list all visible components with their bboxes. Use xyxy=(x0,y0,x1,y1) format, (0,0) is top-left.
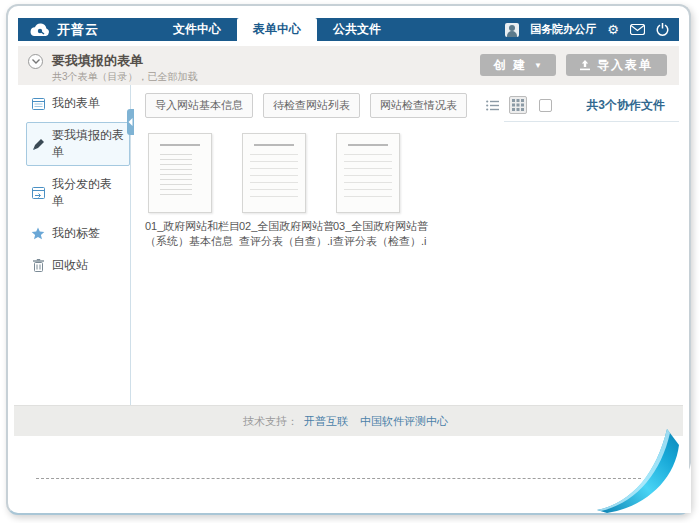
collab-file-count: 共3个协作文件 xyxy=(586,97,665,114)
sidebar-item-my-forms[interactable]: 我的表单 xyxy=(26,90,128,117)
document-thumbnail xyxy=(336,133,400,213)
user-avatar[interactable] xyxy=(505,23,519,37)
main-nav: 文件中心 表单中心 公共文件 xyxy=(157,18,397,41)
tab-file-center[interactable]: 文件中心 xyxy=(157,18,237,41)
create-button[interactable]: 创 建 ▼ xyxy=(480,54,556,76)
page-title: 要我填报的表单 xyxy=(52,52,143,70)
support-link-cstc[interactable]: 中国软件评测中心 xyxy=(360,414,448,429)
select-all-checkbox[interactable] xyxy=(539,99,552,112)
content-area: 我的表单 要我填报的表单 我分发的表单 我的标签 xyxy=(18,85,679,407)
power-logout-icon[interactable] xyxy=(656,23,669,36)
page-subtitle: 共3个表单（目录），已全部加载 xyxy=(52,70,198,84)
file-card[interactable]: 03_全国政府网站普 查评分表（检查）.i xyxy=(333,133,403,249)
thumb-content-lines xyxy=(160,154,192,198)
import-form-button[interactable]: 导入表单 xyxy=(566,54,667,76)
file-card[interactable]: 01_政府网站和栏目 （系统）基本信息 xyxy=(145,133,215,249)
import-site-info-button[interactable]: 导入网站基本信息 xyxy=(145,93,253,118)
title-band-buttons: 创 建 ▼ 导入表单 xyxy=(480,54,667,76)
main-toolbar: 导入网站基本信息 待检查网站列表 网站检查情况表 共3个协作文件 xyxy=(131,93,679,117)
support-link-kaipu[interactable]: 开普互联 xyxy=(304,414,348,429)
sidebar-item-distributed-forms[interactable]: 我分发的表单 xyxy=(26,171,128,215)
perforation-line xyxy=(36,478,641,479)
file-card[interactable]: 02_全国政府网站普 查评分表（自查）.i xyxy=(239,133,309,249)
main-panel: 导入网站基本信息 待检查网站列表 网站检查情况表 共3个协作文件 xyxy=(131,85,679,407)
title-band: 要我填报的表单 共3个表单（目录），已全部加载 创 建 ▼ 导入表单 xyxy=(18,46,679,85)
thumb-title-line xyxy=(348,144,388,146)
upload-icon xyxy=(580,60,590,71)
file-name-line1: 03_全国政府网站普 xyxy=(333,219,403,234)
thumb-title-line xyxy=(160,144,200,146)
sidebar-item-my-tags[interactable]: 我的标签 xyxy=(26,220,128,247)
thumb-content-lines xyxy=(250,154,297,198)
support-label: 技术支持： xyxy=(243,414,298,429)
file-name: 03_全国政府网站普 查评分表（检查）.i xyxy=(333,219,403,249)
file-name-line1: 01_政府网站和栏目 xyxy=(145,219,215,234)
trash-icon xyxy=(31,259,45,273)
list-view-icon[interactable] xyxy=(483,96,501,114)
sidebar-item-label: 我的表单 xyxy=(52,95,100,112)
site-check-status-button[interactable]: 网站检查情况表 xyxy=(370,93,467,118)
file-card-grid: 01_政府网站和栏目 （系统）基本信息 02_全国政府网站普 查评分表（自查）.… xyxy=(145,133,403,249)
form-icon xyxy=(31,97,45,111)
file-name-line2: （系统）基本信息 xyxy=(145,234,215,249)
sidebar-item-label: 要我填报的表单 xyxy=(52,127,125,161)
mail-icon[interactable] xyxy=(630,24,645,35)
document-thumbnail xyxy=(148,133,212,213)
header-right: 国务院办公厅 ⚙ xyxy=(505,18,679,41)
toolbar-underline xyxy=(504,121,679,122)
pending-check-list-button[interactable]: 待检查网站列表 xyxy=(263,93,360,118)
import-button-label: 导入表单 xyxy=(597,57,653,74)
file-name-line1: 02_全国政府网站普 xyxy=(239,219,309,234)
sidebar: 我的表单 要我填报的表单 我分发的表单 我的标签 xyxy=(18,85,130,407)
pen-fill-icon xyxy=(31,137,45,151)
file-name-line2: 查评分表（检查）.i xyxy=(333,234,403,249)
cloud-logo-icon xyxy=(28,22,52,38)
form-share-icon xyxy=(31,186,45,200)
app-header: 开普云 文件中心 表单中心 公共文件 国务院办公厅 ⚙ xyxy=(18,18,679,41)
file-name: 02_全国政府网站普 查评分表（自查）.i xyxy=(239,219,309,249)
file-name: 01_政府网站和栏目 （系统）基本信息 xyxy=(145,219,215,249)
sidebar-item-label: 我分发的表单 xyxy=(52,176,123,210)
grid-view-icon[interactable] xyxy=(509,96,527,114)
sidebar-item-recycle-bin[interactable]: 回收站 xyxy=(26,252,128,279)
star-icon xyxy=(31,227,45,241)
footer: 技术支持： 开普互联 中国软件评测中心 xyxy=(14,405,683,436)
view-controls: 共3个协作文件 xyxy=(483,96,679,114)
collapse-chevron-icon[interactable] xyxy=(28,54,43,69)
sidebar-item-forms-to-fill[interactable]: 要我填报的表单 xyxy=(26,122,130,166)
settings-gear-icon[interactable]: ⚙ xyxy=(607,23,619,36)
document-thumbnail xyxy=(242,133,306,213)
page-curl-decoration xyxy=(591,423,691,515)
thumb-content-lines xyxy=(344,154,391,198)
sidebar-item-label: 回收站 xyxy=(52,257,88,274)
create-button-label: 创 建 xyxy=(494,57,527,74)
app-logo-text: 开普云 xyxy=(57,21,99,39)
sidebar-item-label: 我的标签 xyxy=(52,225,100,242)
account-name: 国务院办公厅 xyxy=(530,22,596,37)
thumb-title-line xyxy=(254,144,294,146)
file-name-line2: 查评分表（自查）.i xyxy=(239,234,309,249)
tab-public-files[interactable]: 公共文件 xyxy=(317,18,397,41)
app-window: 开普云 文件中心 表单中心 公共文件 国务院办公厅 ⚙ 要我填报的表单 共3个表… xyxy=(6,4,691,515)
caret-down-icon: ▼ xyxy=(534,61,542,70)
app-logo: 开普云 xyxy=(18,18,109,41)
tab-form-center[interactable]: 表单中心 xyxy=(237,18,317,41)
